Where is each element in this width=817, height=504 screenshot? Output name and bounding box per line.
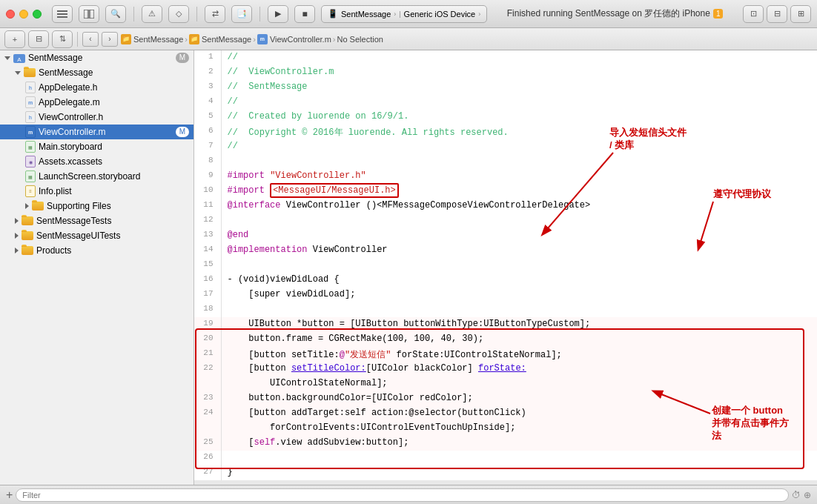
svg-text:A: A <box>17 56 22 63</box>
sidebar-item-appdelegate-m[interactable]: m AppDelegate.m <box>0 95 194 110</box>
line-number: 3 <box>194 80 221 95</box>
file-label: ViewController.m <box>39 127 105 137</box>
sidebar-item-viewcontroller-m[interactable]: m ViewController.m M <box>0 125 194 139</box>
back-forward-btn[interactable]: ⇄ <box>205 5 225 23</box>
code-table: 1 // 2 // ViewController.m 3 // SentMess… <box>194 50 817 480</box>
chevron-down-icon2: › <box>478 10 480 18</box>
sidebar-item-info-plist[interactable]: ≡ Info.plist <box>0 184 194 199</box>
titlebar: 🔍 ⚠ ◇ ⇄ 📑 ▶ ■ 📱 SentMessage › | Generic … <box>0 0 817 28</box>
table-row: 6 // Copyright © 2016年 luorende. All rig… <box>194 125 817 139</box>
scheme-selector[interactable]: 📱 SentMessage › | Generic iOS Device › <box>321 5 487 23</box>
code-line: [super viewDidLoad]; <box>221 288 817 302</box>
warning-badge: 1 <box>713 9 724 19</box>
project-icon: A <box>13 53 25 63</box>
sidebar-item-assets[interactable]: ◉ Assets.xcassets <box>0 154 194 169</box>
code-line: // <box>221 95 817 110</box>
add-file-btn[interactable]: + <box>4 30 25 48</box>
table-row: 25 [self.view addSubview:button]; <box>194 436 817 451</box>
table-row: 18 <box>194 302 817 317</box>
nav-prev-btn[interactable]: ‹ <box>82 32 99 47</box>
products-label: Products <box>36 245 71 256</box>
sidebar-item-launchscreen[interactable]: ▦ LaunchScreen.storyboard <box>0 169 194 184</box>
ui-tests-label: SentMessageUITests <box>36 231 120 241</box>
sidebar-item-supporting-files[interactable]: Supporting Files <box>0 199 194 213</box>
breadcrumb-item-1[interactable]: 📁 SentMessage <box>189 34 251 44</box>
line-number: 24 <box>194 406 221 421</box>
code-line: @end <box>221 228 817 243</box>
file-label: AppDelegate.h <box>39 82 97 93</box>
breadcrumb-label-1: SentMessage <box>202 35 251 44</box>
sort-btn[interactable]: ⇅ <box>52 30 73 48</box>
code-line <box>221 154 817 169</box>
line-number: 26 <box>194 451 221 465</box>
sidebar-item-project[interactable]: A SentMessage M <box>0 50 194 65</box>
sidebar-item-ui-tests[interactable]: SentMessageUITests <box>0 228 194 243</box>
file-label: LaunchScreen.storyboard <box>39 171 140 182</box>
tests-label: SentMessageTests <box>36 216 111 226</box>
table-row: 20 button.frame = CGRectMake(100, 100, 4… <box>194 332 817 347</box>
code-line <box>221 451 817 465</box>
code-line <box>221 302 817 317</box>
breadcrumb-item-3[interactable]: No Selection <box>337 35 383 44</box>
file-label: AppDelegate.m <box>39 97 100 107</box>
filter-btn[interactable]: ⊟ <box>28 30 49 48</box>
code-line: @implementation ViewController <box>221 243 817 258</box>
issues-btn[interactable]: ⚠ <box>142 5 162 23</box>
table-row: forControlEvents:UIControlEventTouchUpIn… <box>194 421 817 436</box>
project-badge: M <box>176 53 189 63</box>
line-number: 7 <box>194 139 221 154</box>
line-number: 19 <box>194 317 221 332</box>
minimize-button[interactable] <box>19 10 28 19</box>
editor-toggle-btn[interactable]: ⊡ <box>743 5 764 23</box>
table-row: 5 // Created by luorende on 16/9/1. <box>194 110 817 125</box>
sidebar-item-main-storyboard[interactable]: ▦ Main.storyboard <box>0 139 194 154</box>
plist-icon: ≡ <box>25 185 36 197</box>
code-line <box>221 258 817 273</box>
add-file-icon[interactable]: + <box>6 488 13 502</box>
code-line: // SentMessage <box>221 80 817 95</box>
line-number: 13 <box>194 228 221 243</box>
bc-sep1: › <box>185 35 188 44</box>
table-row: 10 #import <MessageUI/MessageUI.h> <box>194 184 817 199</box>
bookmarks-btn[interactable]: 📑 <box>231 5 252 23</box>
breakpoints-btn[interactable]: ◇ <box>168 5 189 23</box>
inspectors-toggle-btn[interactable]: ⊞ <box>790 5 811 23</box>
sidebar-item-tests[interactable]: SentMessageTests <box>0 213 194 228</box>
table-row: 12 <box>194 213 817 228</box>
view-toggle[interactable] <box>79 5 99 23</box>
search-btn[interactable]: 🔍 <box>105 5 126 23</box>
run-button[interactable]: ▶ <box>268 5 288 23</box>
stop-button[interactable]: ■ <box>294 5 315 23</box>
svg-rect-2 <box>57 16 67 18</box>
xcassets-icon: ◉ <box>25 156 36 168</box>
table-row: UIControlStateNormal]; <box>194 377 817 391</box>
debug-toggle-btn[interactable]: ⊟ <box>767 5 787 23</box>
breadcrumb-item-2[interactable]: m ViewController.m <box>257 34 331 44</box>
table-row: 4 // <box>194 95 817 110</box>
nav-next-btn[interactable]: › <box>102 32 118 47</box>
line-number: 11 <box>194 199 221 213</box>
breadcrumb-label-0: SentMessage <box>133 35 183 44</box>
sidebar: A SentMessage M SentMessage h AppDelegat… <box>0 50 194 485</box>
line-number: 21 <box>194 347 221 362</box>
code-editor[interactable]: 1 // 2 // ViewController.m 3 // SentMess… <box>194 50 817 480</box>
file-label: ViewController.h <box>39 112 103 122</box>
close-button[interactable] <box>6 10 15 19</box>
sidebar-item-viewcontroller-h[interactable]: h ViewController.h <box>0 110 194 125</box>
code-line: UIControlStateNormal]; <box>221 377 817 391</box>
ui-tests-folder-icon <box>22 231 33 240</box>
sidebar-item-products[interactable]: Products <box>0 243 194 258</box>
filter-input[interactable] <box>16 488 789 502</box>
breadcrumb-item-0[interactable]: 📁 SentMessage <box>121 34 183 44</box>
navigator-toggle[interactable] <box>52 5 73 23</box>
table-row: 9 #import "ViewController.h" <box>194 169 817 184</box>
folder-icon: 📁 <box>121 34 131 44</box>
fullscreen-button[interactable] <box>33 10 42 19</box>
group-label: SentMessage <box>39 67 93 78</box>
line-number: 23 <box>194 391 221 406</box>
sidebar-item-sentmessage-group[interactable]: SentMessage <box>0 65 194 80</box>
table-row: 7 // <box>194 139 817 154</box>
line-number: 14 <box>194 243 221 258</box>
sidebar-item-appdelegate-h[interactable]: h AppDelegate.h <box>0 80 194 95</box>
location-icon: ⊕ <box>804 490 811 500</box>
